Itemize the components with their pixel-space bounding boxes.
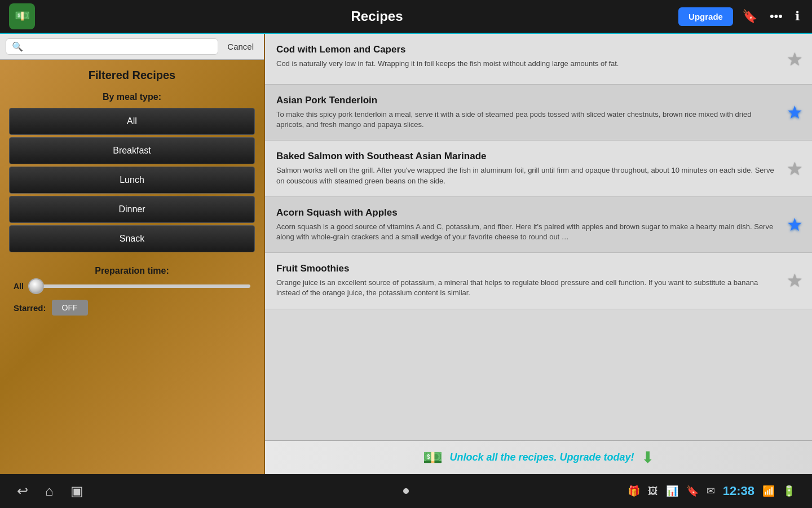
home-button[interactable]: ⌂ — [45, 483, 54, 499]
back-button[interactable]: ↩ — [17, 483, 28, 499]
recipe-description: Orange juice is an excellent source of p… — [276, 278, 778, 298]
banner-arrow-icon: ⬇ — [641, 448, 654, 467]
nav-right: 🎁 🖼 📊 🔖 ✉ 12:38 📶 🔋 — [536, 484, 795, 498]
banner-icon: 💵 — [423, 448, 443, 467]
recipe-title: Acorn Squash with Apples — [276, 207, 778, 218]
filter-section: Filtered Recipes By meal type: AllBreakf… — [0, 60, 264, 474]
gift-icon: 🎁 — [628, 485, 640, 497]
prep-all-label: All — [14, 282, 24, 291]
stats-icon: 📊 — [666, 485, 678, 497]
recipe-item: Fruit SmoothiesOrange juice is an excell… — [265, 253, 812, 309]
prep-time-section: Preparation time: All — [9, 266, 255, 291]
upgrade-button[interactable]: Upgrade — [678, 7, 733, 26]
recipe-item: Baked Salmon with Southeast Asian Marina… — [265, 141, 812, 196]
nav-left: ↩ ⌂ ▣ — [17, 483, 276, 499]
meal-type-btn-all[interactable]: All — [9, 108, 255, 135]
bottom-bar: ↩ ⌂ ▣ 🎁 🖼 📊 🔖 ✉ 12:38 📶 🔋 — [0, 474, 812, 508]
recipe-description: Salmon works well on the grill. After yo… — [276, 165, 778, 186]
top-bar: 💵 Recipes Upgrade 🔖 ••• ℹ — [0, 0, 812, 34]
starred-row: Starred: OFF — [9, 300, 255, 316]
prep-time-slider[interactable] — [28, 284, 250, 288]
meal-type-btn-breakfast[interactable]: Breakfast — [9, 137, 255, 164]
starred-toggle[interactable]: OFF — [52, 300, 88, 316]
photo-icon: 🖼 — [648, 485, 658, 497]
search-input-wrap: 🔍 — [6, 38, 218, 55]
recipe-star-button[interactable]: ★ — [787, 214, 803, 235]
recipe-title: Asian Pork Tenderloin — [276, 95, 778, 106]
recipe-list: Cod with Lemon and CapersCod is naturall… — [265, 34, 812, 440]
recipe-star-button[interactable]: ★ — [787, 270, 803, 291]
recipe-title: Fruit Smoothies — [276, 263, 778, 274]
nav-center — [276, 488, 536, 494]
bookmark2-icon: 🔖 — [686, 485, 699, 497]
recipe-title: Cod with Lemon and Capers — [276, 44, 778, 55]
recipe-description: To make this spicy pork tenderloin a mea… — [276, 110, 778, 130]
more-options-icon[interactable]: ••• — [766, 7, 786, 26]
recents-button[interactable]: ▣ — [70, 483, 83, 499]
battery-icon: 🔋 — [783, 485, 795, 497]
recipe-description: Cod is naturally very low in fat. Wrappi… — [276, 59, 778, 69]
promo-banner[interactable]: 💵 Unlock all the recipes. Upgrade today!… — [265, 440, 812, 474]
meal-type-btn-snack[interactable]: Snack — [9, 225, 255, 252]
search-input[interactable] — [27, 42, 212, 51]
prep-time-label: Preparation time: — [14, 266, 250, 276]
content-wrapper: Cod with Lemon and CapersCod is naturall… — [265, 34, 812, 474]
sidebar: 🔍 Cancel Filtered Recipes By meal type: … — [0, 34, 265, 474]
search-bar: 🔍 Cancel — [0, 34, 264, 60]
top-actions: Upgrade 🔖 ••• ℹ — [678, 7, 803, 26]
main-layout: 🔍 Cancel Filtered Recipes By meal type: … — [0, 34, 812, 474]
prep-time-row: All — [14, 282, 250, 291]
recipe-star-button[interactable]: ★ — [787, 102, 803, 123]
bookmark-icon[interactable]: 🔖 — [739, 7, 761, 26]
starred-label: Starred: — [14, 303, 46, 313]
banner-text: Unlock all the recipes. Upgrade today! — [449, 452, 634, 463]
recipe-description: Acorn squash is a good source of vitamin… — [276, 222, 778, 242]
recipe-item: Asian Pork TenderloinTo make this spicy … — [265, 85, 812, 141]
meal-type-label: By meal type: — [9, 92, 255, 102]
clock: 12:38 — [723, 484, 754, 498]
meal-type-btn-dinner[interactable]: Dinner — [9, 196, 255, 223]
info-icon[interactable]: ℹ — [792, 7, 803, 26]
recipe-item: Acorn Squash with ApplesAcorn squash is … — [265, 197, 812, 253]
home-indicator — [403, 488, 409, 494]
recipe-item: Cod with Lemon and CapersCod is naturall… — [265, 34, 812, 85]
mail-icon: ✉ — [707, 485, 715, 497]
cancel-button[interactable]: Cancel — [223, 40, 258, 54]
page-title: Recipes — [42, 8, 712, 24]
wifi-icon: 📶 — [762, 485, 775, 497]
meal-type-buttons: AllBreakfastLunchDinnerSnack — [9, 108, 255, 252]
app-icon: 💵 — [9, 3, 35, 29]
recipe-star-button[interactable]: ★ — [787, 49, 803, 70]
meal-type-btn-lunch[interactable]: Lunch — [9, 167, 255, 194]
search-icon: 🔍 — [12, 41, 23, 52]
filter-title: Filtered Recipes — [9, 69, 255, 82]
recipe-star-button[interactable]: ★ — [787, 158, 803, 179]
recipe-title: Baked Salmon with Southeast Asian Marina… — [276, 151, 778, 162]
